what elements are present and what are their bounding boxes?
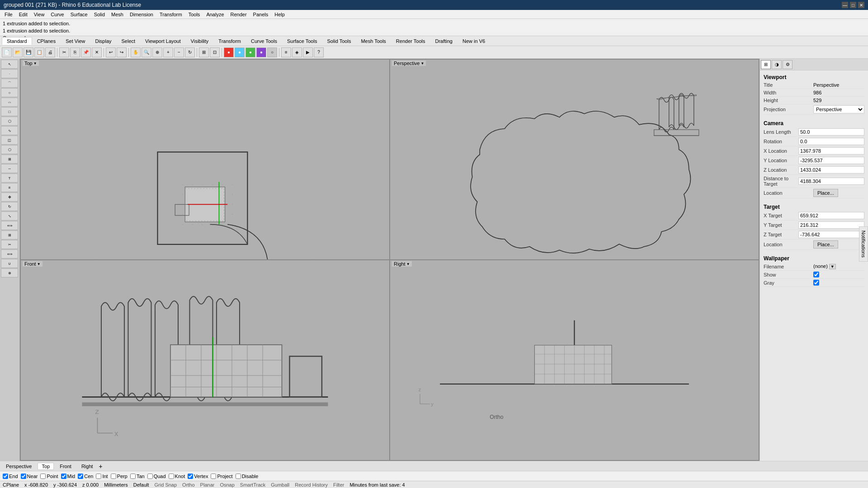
snap-knot[interactable]: Knot	[169, 474, 185, 479]
tab-viewport-layout[interactable]: Viewport Layout	[140, 37, 186, 45]
tb-purple[interactable]: ●	[256, 47, 266, 57]
tab-visibility[interactable]: Visibility	[186, 37, 214, 45]
bottombar-record-history[interactable]: Record History	[295, 482, 328, 488]
tb-save[interactable]: 💾	[24, 47, 33, 57]
tgt-z-input[interactable]	[798, 231, 864, 238]
cam-location-btn[interactable]: Place...	[813, 189, 838, 197]
snap-near[interactable]: Near	[21, 474, 38, 479]
viewport-right-canvas[interactable]: y z Ortho	[390, 260, 759, 460]
viewport-perspective-label[interactable]: Perspective ▼	[392, 61, 426, 66]
tb-open[interactable]: 📂	[13, 47, 23, 57]
viewport-right-arrow[interactable]: ▼	[406, 262, 410, 266]
tab-cplanes[interactable]: CPlanes	[32, 37, 61, 45]
menu-help[interactable]: Help	[272, 11, 288, 18]
bottombar-smarttrack[interactable]: SmartTrack	[240, 482, 265, 488]
viewport-top-label[interactable]: Top ▼	[23, 61, 39, 66]
close-button[interactable]: ✕	[858, 2, 864, 8]
tb-zoom-extents[interactable]: ⊕	[152, 47, 162, 57]
vptab-top[interactable]: Top	[38, 463, 54, 470]
panel-icon-display[interactable]: ◑	[772, 60, 782, 69]
viewport-front[interactable]: Front ▼ x z	[21, 260, 389, 460]
wp-filename-expand[interactable]: ▼	[829, 264, 836, 269]
notifications-side-tab[interactable]: Notifications	[859, 226, 868, 262]
tb-cut[interactable]: ✂	[59, 47, 69, 57]
bottombar-filter[interactable]: Filter	[333, 482, 344, 488]
bottombar-planar[interactable]: Planar	[200, 482, 215, 488]
menu-tools[interactable]: Tools	[186, 11, 203, 18]
tab-surface-tools[interactable]: Surface Tools	[282, 37, 322, 45]
tool-polygon[interactable]: ⬡	[1, 117, 18, 126]
vptab-front[interactable]: Front	[56, 463, 75, 470]
tb-pan[interactable]: ✋	[131, 47, 141, 57]
tb-delete[interactable]: ✕	[92, 47, 102, 57]
menu-file[interactable]: File	[2, 11, 15, 18]
viewport-front-arrow[interactable]: ▼	[37, 262, 41, 266]
tb-material[interactable]: ◈	[292, 47, 302, 57]
menu-curve[interactable]: Curve	[48, 11, 66, 18]
tool-trim[interactable]: ✂	[1, 240, 18, 249]
snap-project[interactable]: Project	[211, 474, 232, 479]
tool-dimension[interactable]: ↔	[1, 164, 18, 173]
menu-surface[interactable]: Surface	[68, 11, 90, 18]
tb-rotate[interactable]: ↻	[185, 47, 195, 57]
viewport-right-label[interactable]: Right ▼	[392, 261, 412, 267]
bottombar-grid-snap[interactable]: Grid Snap	[155, 482, 177, 488]
tool-solid[interactable]: ⬡	[1, 145, 18, 154]
tool-mesh[interactable]: ⊞	[1, 155, 18, 164]
bottombar-osnap[interactable]: Osnap	[220, 482, 234, 488]
snap-quad[interactable]: Quad	[147, 474, 166, 479]
tool-rectangle[interactable]: □	[1, 107, 18, 116]
snap-tan[interactable]: Tan	[130, 474, 145, 479]
tb-paste[interactable]: 📌	[81, 47, 91, 57]
vptab-add[interactable]: +	[99, 463, 103, 470]
panel-icon-settings[interactable]: ⚙	[783, 60, 793, 69]
tool-circle[interactable]: ○	[1, 88, 18, 97]
wp-gray-checkbox[interactable]	[813, 280, 819, 286]
tb-grid[interactable]: ⊞	[199, 47, 209, 57]
tb-layer[interactable]: ≡	[281, 47, 291, 57]
viewport-front-canvas[interactable]: x z	[21, 260, 389, 460]
tab-drafting[interactable]: Drafting	[430, 37, 458, 45]
tool-arc[interactable]: ⌓	[1, 98, 18, 107]
tb-grey[interactable]: ○	[267, 47, 277, 57]
tb-new[interactable]: 📄	[2, 47, 12, 57]
tb-snap[interactable]: ⊡	[210, 47, 220, 57]
menu-render[interactable]: Render	[228, 11, 250, 18]
tool-point[interactable]: ·	[1, 69, 18, 78]
viewport-perspective-arrow[interactable]: ▼	[420, 61, 424, 66]
snap-int[interactable]: Int	[96, 474, 108, 479]
snap-perp[interactable]: Perp	[111, 474, 127, 479]
tab-standard[interactable]: Standard	[2, 37, 32, 45]
snap-cen[interactable]: Cen	[78, 474, 93, 479]
vptab-right[interactable]: Right	[77, 463, 97, 470]
snap-point[interactable]: Point	[40, 474, 58, 479]
cam-dist-input[interactable]	[798, 178, 864, 185]
tab-display[interactable]: Display	[90, 37, 116, 45]
tb-red[interactable]: ●	[224, 47, 234, 57]
wp-show-checkbox[interactable]	[813, 272, 819, 277]
viewport-perspective[interactable]: Perspective ▼	[390, 60, 759, 259]
tool-freeform[interactable]: ∿	[1, 126, 18, 135]
snap-end[interactable]: End	[3, 474, 18, 479]
tb-copy[interactable]: ⎘	[70, 47, 80, 57]
viewport-top-canvas[interactable]: x y	[21, 60, 389, 259]
tgt-location-btn[interactable]: Place...	[813, 240, 838, 249]
menu-view[interactable]: View	[31, 11, 47, 18]
menu-analyze[interactable]: Analyze	[203, 11, 226, 18]
menu-solid[interactable]: Solid	[91, 11, 108, 18]
tb-zoom-out[interactable]: −	[174, 47, 184, 57]
maximize-button[interactable]: □	[850, 2, 856, 8]
tool-surface[interactable]: ◫	[1, 136, 18, 145]
viewport-right[interactable]: Right ▼ y z	[390, 260, 759, 460]
tb-help[interactable]: ?	[314, 47, 324, 57]
cam-z-input[interactable]	[798, 166, 864, 174]
tb-undo[interactable]: ↩	[106, 47, 116, 57]
tool-rotate[interactable]: ↻	[1, 202, 18, 211]
tool-move[interactable]: ✥	[1, 192, 18, 202]
menu-edit[interactable]: Edit	[16, 11, 30, 18]
tb-zoom-window[interactable]: 🔍	[142, 47, 151, 57]
tab-solid-tools[interactable]: Solid Tools	[322, 37, 356, 45]
menu-dimension[interactable]: Dimension	[127, 11, 156, 18]
tab-transform[interactable]: Transform	[213, 37, 246, 45]
snap-mid[interactable]: Mid	[61, 474, 75, 479]
